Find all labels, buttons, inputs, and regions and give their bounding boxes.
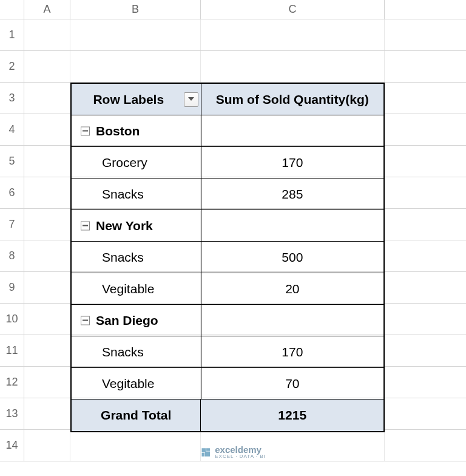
column-header-C[interactable]: C (201, 0, 385, 19)
select-all-corner[interactable] (0, 0, 24, 19)
row-header-13[interactable]: 13 (0, 398, 24, 429)
pivot-data-row: Grocery170 (72, 147, 383, 178)
pivot-header-row: Row Labels Sum of Sold Quantity(kg) (72, 84, 383, 115)
pivot-group-row: San Diego (72, 305, 383, 336)
grid-row: 2 (0, 51, 466, 83)
pivot-item-label[interactable]: Snacks (72, 242, 201, 273)
collapse-icon[interactable] (81, 316, 90, 325)
pivot-data-row: Snacks500 (72, 242, 383, 273)
pivot-group-label[interactable]: Boston (72, 115, 201, 146)
pivot-group-value[interactable] (201, 115, 383, 146)
cell-A13[interactable] (24, 398, 70, 429)
pivot-grand-total-row: Grand Total 1215 (72, 399, 383, 431)
exceldemy-logo-icon (200, 447, 211, 458)
group-name-text: New York (96, 219, 153, 233)
collapse-icon[interactable] (81, 221, 90, 230)
cell-A1[interactable] (24, 19, 70, 50)
cell-C1[interactable] (201, 19, 385, 50)
chevron-down-icon (188, 97, 194, 101)
watermark-brand: exceldemy (215, 445, 266, 454)
cell-A3[interactable] (24, 83, 70, 114)
grand-total-value[interactable]: 1215 (201, 399, 383, 431)
pivot-header-value[interactable]: Sum of Sold Quantity(kg) (201, 84, 383, 115)
pivot-group-row: Boston (72, 115, 383, 147)
row-header-4[interactable]: 4 (0, 114, 24, 145)
pivot-item-label[interactable]: Vegitable (72, 273, 201, 304)
pivot-group-label[interactable]: New York (72, 210, 201, 241)
pivot-item-value[interactable]: 70 (201, 368, 383, 399)
column-header-B[interactable]: B (70, 0, 201, 19)
cell-A11[interactable] (24, 335, 70, 366)
row-header-9[interactable]: 9 (0, 272, 24, 303)
grid-row: 1 (0, 19, 466, 51)
pivot-data-row: Snacks285 (72, 178, 383, 210)
cell-A4[interactable] (24, 114, 70, 145)
pivot-data-row: Vegitable20 (72, 273, 383, 305)
row-header-7[interactable]: 7 (0, 209, 24, 240)
group-name-text: San Diego (96, 313, 158, 328)
column-header-A[interactable]: A (24, 0, 70, 19)
watermark-tagline: EXCEL · DATA · BI (215, 454, 266, 459)
row-header-12[interactable]: 12 (0, 367, 24, 398)
row-header-11[interactable]: 11 (0, 335, 24, 366)
pivot-group-row: New York (72, 210, 383, 242)
pivot-item-value[interactable]: 500 (201, 242, 383, 273)
pivot-header-rowlabels-text: Row Labels (93, 92, 164, 107)
grand-total-label[interactable]: Grand Total (72, 399, 201, 431)
row-header-14[interactable]: 14 (0, 430, 24, 461)
cell-C2[interactable] (201, 51, 385, 82)
row-header-8[interactable]: 8 (0, 240, 24, 271)
pivot-item-value[interactable]: 20 (201, 273, 383, 304)
pivot-item-label[interactable]: Snacks (72, 178, 201, 209)
row-header-6[interactable]: 6 (0, 177, 24, 208)
cell-B14[interactable] (70, 430, 201, 461)
cell-A6[interactable] (24, 177, 70, 208)
cell-A7[interactable] (24, 209, 70, 240)
pivot-item-value[interactable]: 285 (201, 178, 383, 209)
pivot-item-value[interactable]: 170 (201, 336, 383, 367)
cell-A8[interactable] (24, 240, 70, 271)
row-header-3[interactable]: 3 (0, 83, 24, 114)
cell-A10[interactable] (24, 304, 70, 335)
pivot-header-rowlabels[interactable]: Row Labels (72, 84, 201, 115)
pivot-item-value[interactable]: 170 (201, 147, 383, 178)
pivot-item-label[interactable]: Grocery (72, 147, 201, 178)
cell-A9[interactable] (24, 272, 70, 303)
pivot-group-label[interactable]: San Diego (72, 305, 201, 336)
pivot-group-value[interactable] (201, 305, 383, 336)
column-headers: A B C (0, 0, 466, 19)
cell-A5[interactable] (24, 146, 70, 177)
pivot-item-label[interactable]: Snacks (72, 336, 201, 367)
pivot-item-label[interactable]: Vegitable (72, 368, 201, 399)
pivot-data-row: Snacks170 (72, 336, 383, 368)
pivot-table: Row Labels Sum of Sold Quantity(kg) Bost… (70, 83, 385, 432)
collapse-icon[interactable] (81, 126, 90, 135)
row-header-10[interactable]: 10 (0, 304, 24, 335)
group-name-text: Boston (96, 124, 140, 138)
row-header-5[interactable]: 5 (0, 146, 24, 177)
filter-dropdown-button[interactable] (184, 92, 198, 107)
cell-A12[interactable] (24, 367, 70, 398)
pivot-data-row: Vegitable70 (72, 368, 383, 399)
cell-B1[interactable] (70, 19, 201, 50)
cell-B2[interactable] (70, 51, 201, 82)
cell-A2[interactable] (24, 51, 70, 82)
cell-A14[interactable] (24, 430, 70, 461)
pivot-group-value[interactable] (201, 210, 383, 241)
row-header-2[interactable]: 2 (0, 51, 24, 82)
watermark: exceldemy EXCEL · DATA · BI (200, 445, 266, 459)
row-header-1[interactable]: 1 (0, 19, 24, 50)
